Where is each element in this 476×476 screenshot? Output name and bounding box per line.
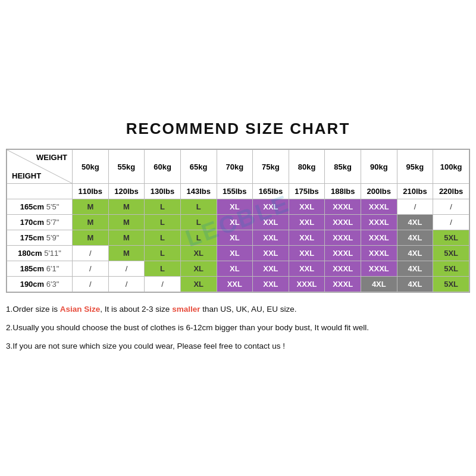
weight-col-6: 80kg [289, 150, 325, 184]
cm-cell-4: 185cm 6'1" [7, 261, 73, 277]
size-tbody: 165cm 5'5"MMLLXLXXLXXLXXXLXXXL//170cm 5'… [7, 199, 469, 292]
cell-2-6: XXL [289, 230, 325, 246]
lbs-col-4: 155lbs [217, 184, 253, 199]
cell-0-10: / [433, 199, 469, 215]
cell-2-3: L [180, 230, 217, 246]
weight-col-2: 60kg [145, 150, 181, 184]
cell-5-9: 4XL [397, 277, 433, 292]
cell-5-10: 5XL [433, 277, 469, 292]
cm-cell-5: 190cm 6'3" [7, 277, 73, 292]
cell-5-6: XXXL [289, 277, 325, 292]
cell-5-1: / [108, 277, 145, 292]
lbs-col-0: 110lbs [73, 184, 109, 199]
cell-5-3: XL [180, 277, 217, 292]
weight-label: WEIGHT [36, 153, 67, 162]
cell-4-7: XXXL [325, 261, 361, 277]
cell-4-8: XXXL [361, 261, 397, 277]
weight-col-1: 55kg [108, 150, 145, 184]
note-1: 1.Order size is Asian Size, It is about … [6, 301, 470, 317]
cell-1-4: XL [217, 215, 253, 230]
cell-2-8: XXXL [361, 230, 397, 246]
cell-4-5: XXL [253, 261, 289, 277]
weight-col-4: 70kg [217, 150, 253, 184]
table-row: 190cm 6'3"///XLXXLXXLXXXLXXXL4XL4XL5XL [7, 277, 469, 292]
weight-col-5: 75kg [253, 150, 289, 184]
weight-col-3: 65kg [180, 150, 217, 184]
lbs-col-1: 120lbs [108, 184, 145, 199]
cm-cell-1: 170cm 5'7" [7, 215, 73, 230]
cell-3-1: M [108, 246, 145, 261]
cell-1-3: L [180, 215, 217, 230]
table-container: LECBLE WEIGHT HEIGHT [6, 149, 470, 293]
cell-2-7: XXXL [325, 230, 361, 246]
cell-0-1: M [108, 199, 145, 215]
table-row: 180cm 5'11"/MLXLXLXXLXXLXXXLXXXL4XL5XL [7, 246, 469, 261]
weight-col-9: 95kg [397, 150, 433, 184]
cell-4-9: 4XL [397, 261, 433, 277]
table-row: 185cm 6'1"//LXLXLXXLXXLXXXLXXXL4XL5XL [7, 261, 469, 277]
cell-1-6: XXL [289, 215, 325, 230]
cell-2-9: 4XL [397, 230, 433, 246]
cm-cell-3: 180cm 5'11" [7, 246, 73, 261]
cell-5-7: XXXL [325, 277, 361, 292]
note-3: 3.If you are not sure which size you cou… [6, 338, 470, 354]
cell-0-7: XXXL [325, 199, 361, 215]
header-empty-cell [7, 184, 73, 199]
cell-1-10: / [433, 215, 469, 230]
cell-2-2: L [145, 230, 181, 246]
lbs-col-7: 188lbs [325, 184, 361, 199]
cell-4-3: XL [180, 261, 217, 277]
cell-4-4: XL [217, 261, 253, 277]
cell-1-2: L [145, 215, 181, 230]
size-chart-container: RECOMMEND SIZE CHART LECBLE WEIGHT HEIGH… [6, 120, 470, 356]
cell-0-9: / [397, 199, 433, 215]
cell-1-8: XXXL [361, 215, 397, 230]
cell-5-8: 4XL [361, 277, 397, 292]
table-row: 175cm 5'9"MMLLXLXXLXXLXXXLXXXL4XL5XL [7, 230, 469, 246]
cell-5-4: XXL [217, 277, 253, 292]
table-row: 165cm 5'5"MMLLXLXXLXXLXXXLXXXL// [7, 199, 469, 215]
cell-1-1: M [108, 215, 145, 230]
cell-0-0: M [73, 199, 109, 215]
lbs-col-10: 220lbs [433, 184, 469, 199]
cell-4-6: XXL [289, 261, 325, 277]
cell-0-8: XXXL [361, 199, 397, 215]
lbs-col-3: 143lbs [180, 184, 217, 199]
cm-cell-0: 165cm 5'5" [7, 199, 73, 215]
lbs-col-6: 175lbs [289, 184, 325, 199]
cell-0-5: XXL [253, 199, 289, 215]
cell-0-3: L [180, 199, 217, 215]
cell-3-2: L [145, 246, 181, 261]
weight-col-0: 50kg [73, 150, 109, 184]
size-table: WEIGHT HEIGHT 50kg55kg60kg65kg70kg75kg80… [7, 149, 469, 292]
lbs-col-8: 200lbs [361, 184, 397, 199]
weight-col-10: 100kg [433, 150, 469, 184]
page-title: RECOMMEND SIZE CHART [6, 120, 470, 138]
cell-0-2: L [145, 199, 181, 215]
cell-1-7: XXXL [325, 215, 361, 230]
cell-3-10: 5XL [433, 246, 469, 261]
cell-0-6: XXL [289, 199, 325, 215]
cell-3-7: XXXL [325, 246, 361, 261]
cell-5-5: XXL [253, 277, 289, 292]
cell-1-5: XXL [253, 215, 289, 230]
header-row-2: 110lbs120lbs130lbs143lbs155lbs165lbs175l… [7, 184, 469, 199]
cell-1-9: 4XL [397, 215, 433, 230]
cell-2-10: 5XL [433, 230, 469, 246]
cell-2-1: M [108, 230, 145, 246]
cell-2-5: XXL [253, 230, 289, 246]
cell-4-0: / [73, 261, 109, 277]
table-row: 170cm 5'7"MMLLXLXXLXXLXXXLXXXL4XL/ [7, 215, 469, 230]
table-wrapper: WEIGHT HEIGHT 50kg55kg60kg65kg70kg75kg80… [6, 149, 470, 293]
cell-1-0: M [73, 215, 109, 230]
cell-2-0: M [73, 230, 109, 246]
cell-3-4: XL [217, 246, 253, 261]
cell-2-4: XL [217, 230, 253, 246]
lbs-col-9: 210lbs [397, 184, 433, 199]
cell-0-4: XL [217, 199, 253, 215]
lbs-col-5: 165lbs [253, 184, 289, 199]
notes-section: 1.Order size is Asian Size, It is about … [6, 301, 470, 354]
cell-4-1: / [108, 261, 145, 277]
cell-4-10: 5XL [433, 261, 469, 277]
weight-col-8: 90kg [361, 150, 397, 184]
